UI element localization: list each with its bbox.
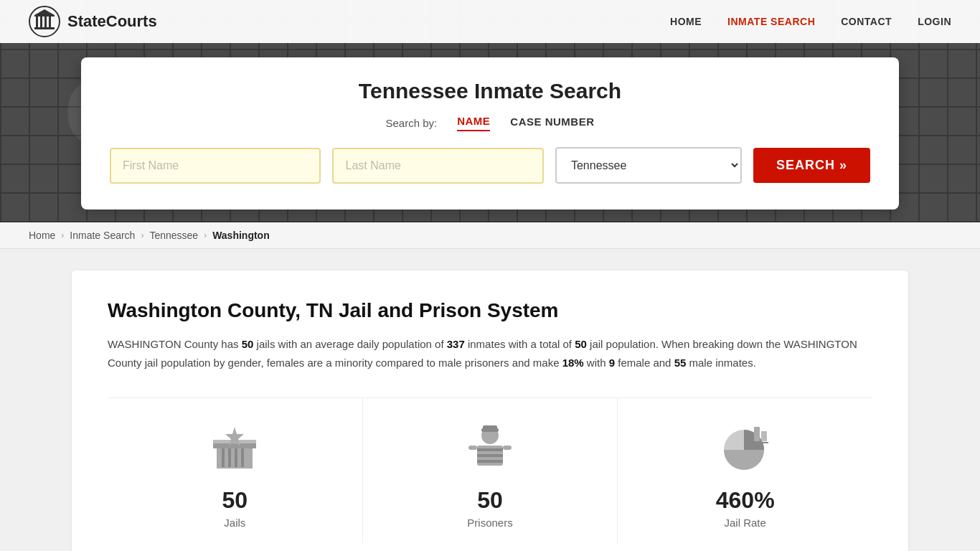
logo-text: StateCourts [67, 12, 157, 31]
search-by-label: Search by: [385, 117, 437, 129]
main-content: Washington County, TN Jail and Prison Sy… [0, 249, 980, 551]
county-description: WASHINGTON County has 50 jails with an a… [108, 335, 872, 372]
desc-part6: female and [615, 357, 674, 369]
search-tabs: Search by: NAME CASE NUMBER [110, 115, 870, 131]
tab-name[interactable]: NAME [457, 115, 490, 131]
svg-rect-23 [468, 446, 477, 450]
site-logo[interactable]: StateCourts [29, 6, 157, 37]
svg-rect-5 [44, 17, 47, 27]
breadcrumb-home[interactable]: Home [29, 230, 55, 241]
stat-jails-label: Jails [224, 517, 245, 529]
svg-rect-12 [241, 448, 244, 467]
stat-jails: 50 Jails [108, 398, 363, 543]
svg-rect-13 [213, 443, 256, 448]
nav-inmate-search[interactable]: INMATE SEARCH [727, 16, 815, 27]
prisoner-icon [461, 420, 519, 477]
svg-rect-3 [36, 17, 38, 27]
nav-contact[interactable]: CONTACT [841, 16, 892, 27]
desc-male-count: 55 [674, 357, 687, 369]
svg-rect-24 [503, 446, 512, 450]
stat-jail-rate-label: Jail Rate [725, 517, 766, 529]
stat-prisoners-label: Prisoners [467, 517, 512, 529]
last-name-input[interactable] [332, 148, 543, 184]
svg-rect-20 [477, 448, 503, 451]
search-fields: TennesseeAlabamaAlaskaArizonaArkansasCal… [110, 147, 870, 184]
breadcrumb-sep-2: › [141, 230, 143, 240]
search-button[interactable]: SEARCH » [753, 148, 870, 183]
svg-rect-4 [40, 17, 42, 27]
svg-rect-2 [34, 15, 55, 17]
breadcrumb-sep-3: › [204, 230, 207, 240]
first-name-input[interactable] [110, 148, 321, 184]
stats-row: 50 Jails [108, 397, 872, 543]
svg-rect-18 [483, 425, 497, 430]
desc-avg-pop: 337 [447, 338, 465, 350]
desc-female-count: 9 [609, 357, 615, 369]
svg-rect-26 [754, 427, 760, 441]
svg-rect-6 [49, 17, 51, 27]
desc-part2: jails with an average daily population o… [253, 338, 446, 350]
stat-prisoners: 50 Prisoners [363, 398, 618, 543]
search-card: Tennessee Inmate Search Search by: NAME … [81, 57, 899, 209]
desc-part5: with [584, 357, 609, 369]
nav-home[interactable]: HOME [670, 16, 702, 27]
breadcrumb-sep-1: › [61, 230, 64, 240]
svg-marker-7 [34, 9, 55, 15]
desc-total-pop: 50 [575, 338, 587, 350]
desc-female-pct: 18% [562, 357, 584, 369]
nav-links: HOME INMATE SEARCH CONTACT LOGIN [670, 16, 951, 27]
desc-jails-count: 50 [242, 338, 254, 350]
stat-prisoners-number: 50 [477, 487, 503, 514]
jail-rate-icon [717, 420, 774, 477]
svg-rect-11 [235, 448, 237, 467]
svg-rect-22 [477, 460, 503, 463]
desc-part7: male inmates. [686, 357, 756, 369]
breadcrumb-state[interactable]: Tennessee [149, 230, 198, 241]
jail-icon [206, 420, 263, 477]
stat-jail-rate: 460% Jail Rate [618, 398, 872, 543]
breadcrumb-inmate-search[interactable]: Inmate Search [70, 230, 135, 241]
state-select[interactable]: TennesseeAlabamaAlaskaArizonaArkansasCal… [555, 147, 742, 184]
desc-part3: inmates with a total of [465, 338, 575, 350]
svg-rect-9 [222, 448, 225, 467]
stat-jail-rate-number: 460% [716, 487, 775, 514]
content-card: Washington County, TN Jail and Prison Sy… [72, 270, 908, 551]
search-title: Tennessee Inmate Search [110, 79, 870, 103]
svg-rect-27 [761, 431, 767, 441]
county-title: Washington County, TN Jail and Prison Sy… [108, 299, 872, 322]
svg-rect-1 [34, 27, 55, 29]
svg-rect-21 [477, 454, 503, 457]
stat-jails-number: 50 [222, 487, 248, 514]
breadcrumb: Home › Inmate Search › Tennessee › Washi… [0, 222, 980, 249]
svg-rect-10 [228, 448, 231, 467]
tab-case-number[interactable]: CASE NUMBER [510, 116, 594, 131]
desc-intro: WASHINGTON County has [108, 338, 242, 350]
nav-login[interactable]: LOGIN [918, 16, 951, 27]
breadcrumb-current: Washington [212, 230, 270, 241]
top-navigation: StateCourts HOME INMATE SEARCH CONTACT L… [0, 0, 980, 43]
